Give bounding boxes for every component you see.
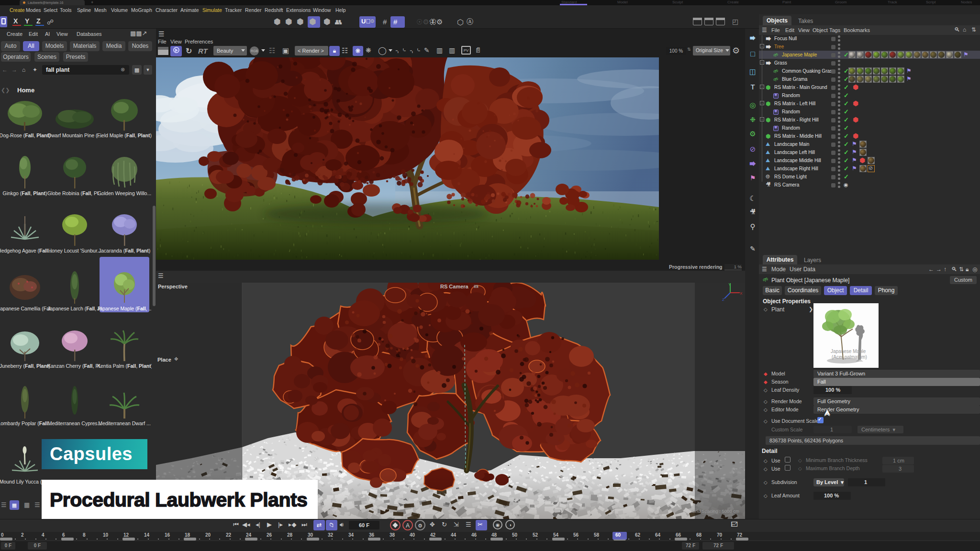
svg-text:(Acer palmatum): (Acer palmatum) [832,354,867,360]
svg-text:Y: Y [728,282,731,287]
svg-text:X: X [740,291,743,296]
svg-text:Japanese Maple: Japanese Maple [831,349,866,354]
svg-text:Z: Z [722,298,724,301]
